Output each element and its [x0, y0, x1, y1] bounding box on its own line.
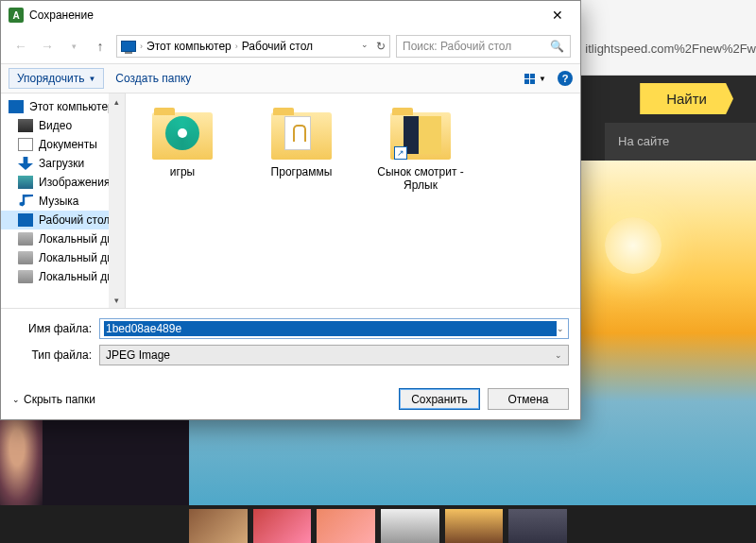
sidebar-item-label: Документы — [39, 138, 97, 151]
sidebar-scrollbar[interactable]: ▴ ▾ — [109, 93, 125, 308]
folder-icon: ↗ — [387, 107, 455, 160]
folder-label: игры — [135, 165, 230, 178]
pc-icon — [121, 41, 136, 52]
file-list[interactable]: игрыПрограммы↗Сынок смотрит - Ярлык — [126, 93, 580, 308]
back-button[interactable]: ← — [10, 36, 31, 57]
i-desktop-icon — [18, 213, 33, 227]
close-button[interactable]: ✕ — [536, 2, 578, 28]
scroll-up-icon[interactable]: ▴ — [109, 93, 125, 110]
i-img-icon — [18, 176, 33, 189]
hide-folders-button[interactable]: ⌄ Скрыть папки — [12, 393, 95, 406]
folder-item[interactable]: ↗Сынок смотрит - Ярлык — [373, 107, 468, 192]
nav-row: ← → ▾ ↑ › Этот компьютер › Рабочий стол … — [1, 29, 580, 63]
thumbnail[interactable] — [189, 509, 248, 543]
thumbnail[interactable] — [508, 509, 567, 543]
i-video-icon — [18, 119, 33, 132]
chevron-down-icon[interactable]: ⌄ — [557, 324, 564, 333]
breadcrumb-dropdown-icon[interactable]: ⌄ — [361, 40, 369, 53]
chevron-down-icon: ⌄ — [555, 350, 562, 360]
chevron-right-icon: › — [235, 42, 238, 51]
sidebar-item-label: Рабочий стол — [39, 213, 110, 227]
sidebar-item[interactable]: Рабочий стол — [1, 211, 125, 229]
dialog-buttons: ⌄ Скрыть папки Сохранить Отмена — [1, 379, 580, 419]
thumbnail[interactable] — [445, 509, 504, 543]
thumbnail-strip — [0, 505, 756, 543]
thumbnail[interactable] — [317, 509, 375, 543]
i-disk-icon — [18, 270, 33, 283]
folder-label: Программы — [254, 165, 349, 178]
help-icon[interactable]: ? — [558, 71, 573, 86]
filename-input[interactable]: ⌄ — [99, 318, 569, 339]
scroll-down-icon[interactable]: ▾ — [109, 292, 125, 308]
i-pc-icon — [9, 100, 24, 113]
thumbnail[interactable] — [253, 509, 312, 543]
sidebar-item-label: Локальный дис — [39, 232, 119, 246]
i-dl-icon — [18, 157, 33, 170]
search-input[interactable]: Поиск: Рабочий стол 🔍 — [396, 35, 571, 58]
sidebar-item[interactable]: Документы — [1, 135, 125, 154]
sidebar-item-label: Локальный дис — [39, 270, 119, 283]
shortcut-icon: ↗ — [394, 146, 407, 160]
chevron-right-icon: › — [140, 42, 143, 51]
up-button[interactable]: ↑ — [90, 36, 111, 57]
sidebar-item[interactable]: Локальный дис — [1, 229, 125, 248]
breadcrumb-root[interactable]: Этот компьютер — [146, 40, 232, 53]
grid-icon — [524, 74, 535, 84]
breadcrumb-segment[interactable]: Рабочий стол — [242, 40, 313, 53]
save-dialog: A Сохранение ✕ ← → ▾ ↑ › Этот компьютер … — [0, 0, 581, 420]
titlebar: A Сохранение ✕ — [1, 1, 580, 29]
filetype-value: JPEG Image — [106, 348, 170, 362]
page-tab[interactable]: На сайте — [605, 123, 756, 161]
dialog-title: Сохранение — [29, 8, 536, 22]
sidebar-item-label: Загрузки — [39, 157, 84, 170]
sidebar-item[interactable]: Музыка — [1, 192, 125, 211]
i-disk-icon — [18, 232, 33, 246]
folder-item[interactable]: Программы — [254, 107, 349, 178]
filetype-label: Тип файла: — [12, 348, 99, 362]
save-button[interactable]: Сохранить — [399, 388, 480, 410]
toolbar: Упорядочить ▼ Создать папку ▼ ? — [1, 63, 580, 93]
filename-field[interactable] — [104, 321, 557, 336]
sidebar-item-label: Изображения — [39, 176, 110, 189]
sidebar-item-label: Этот компьютер — [29, 100, 114, 113]
chevron-down-icon: ⌄ — [12, 395, 20, 404]
find-button[interactable]: Найти — [640, 83, 733, 114]
i-music-icon — [18, 195, 33, 208]
filename-section: Имя файла: ⌄ Тип файла: JPEG Image ⌄ — [1, 308, 580, 379]
breadcrumb[interactable]: › Этот компьютер › Рабочий стол ⌄ ↻ — [116, 35, 390, 58]
recent-dropdown[interactable]: ▾ — [63, 36, 84, 57]
background-thumb-left — [0, 406, 43, 510]
view-mode-button[interactable]: ▼ — [524, 74, 546, 84]
sidebar-item-label: Видео — [39, 119, 72, 132]
chevron-down-icon: ▼ — [88, 75, 95, 83]
app-icon: A — [9, 8, 24, 23]
folder-icon — [267, 107, 335, 160]
organize-button[interactable]: Упорядочить ▼ — [9, 68, 104, 89]
i-doc-icon — [18, 138, 33, 151]
sidebar-item[interactable]: Локальный дис — [1, 248, 125, 267]
search-placeholder: Поиск: Рабочий стол — [403, 40, 511, 53]
folder-label: Сынок смотрит - Ярлык — [373, 165, 468, 192]
search-icon[interactable]: 🔍 — [550, 40, 564, 53]
filetype-select[interactable]: JPEG Image ⌄ — [99, 345, 569, 365]
url-fragment: itlightspeed.com%2Fnew%2Fw — [585, 42, 756, 56]
cancel-button[interactable]: Отмена — [488, 388, 569, 410]
folder-icon — [148, 107, 216, 160]
sidebar-item[interactable]: Видео — [1, 116, 125, 135]
sidebar-item-label: Локальный дис — [39, 251, 119, 264]
refresh-icon[interactable]: ↻ — [376, 40, 386, 53]
sidebar-item[interactable]: Изображения — [1, 173, 125, 192]
i-disk-icon — [18, 251, 33, 264]
sidebar-item-label: Музыка — [39, 195, 78, 208]
chevron-down-icon: ▼ — [539, 75, 546, 83]
forward-button: → — [37, 36, 58, 57]
folder-item[interactable]: игры — [135, 107, 230, 178]
thumbnail[interactable] — [381, 509, 439, 543]
sidebar-item[interactable]: Загрузки — [1, 154, 125, 173]
sidebar-item[interactable]: Этот компьютер — [1, 97, 125, 116]
filename-label: Имя файла: — [12, 322, 99, 335]
new-folder-button[interactable]: Создать папку — [115, 72, 191, 85]
sidebar: Этот компьютерВидеоДокументыЗагрузкиИзоб… — [1, 93, 126, 308]
sidebar-item[interactable]: Локальный дис — [1, 267, 125, 286]
